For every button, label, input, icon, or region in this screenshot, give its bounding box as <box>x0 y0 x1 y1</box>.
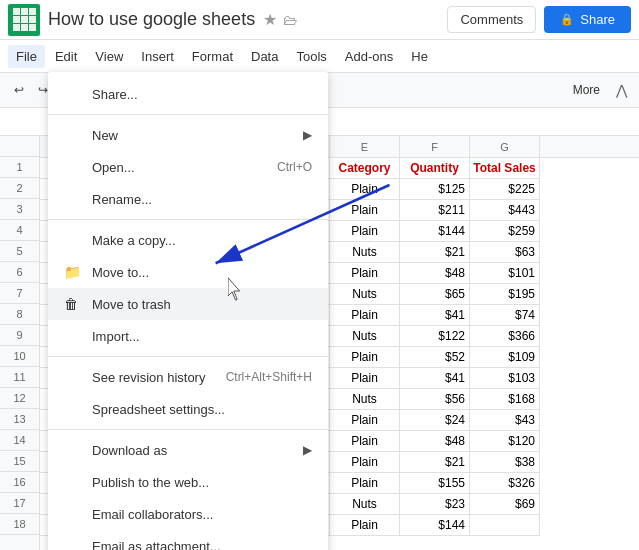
menu-view[interactable]: View <box>87 45 131 68</box>
cell-F12[interactable]: $56 <box>400 389 470 410</box>
menu-item-open[interactable]: Open... Ctrl+O <box>48 151 328 183</box>
cell-E9[interactable]: Nuts <box>330 326 400 347</box>
open-menu-icon <box>64 159 86 175</box>
col-header-F: F <box>400 136 470 157</box>
menu-help[interactable]: He <box>403 45 436 68</box>
menu-item-email-attachment[interactable]: Email as attachment... <box>48 530 328 550</box>
cell-F17[interactable]: $23 <box>400 494 470 515</box>
cell-E10[interactable]: Plain <box>330 347 400 368</box>
cell-G5[interactable]: $63 <box>470 242 540 263</box>
sheets-app-icon <box>8 4 40 36</box>
cell-E14[interactable]: Plain <box>330 431 400 452</box>
menu-format[interactable]: Format <box>184 45 241 68</box>
menu-item-import[interactable]: Import... <box>48 320 328 352</box>
cell-E12[interactable]: Nuts <box>330 389 400 410</box>
row-header-7: 7 <box>0 283 39 304</box>
menu-item-rename[interactable]: Rename... <box>48 183 328 215</box>
cell-E4[interactable]: Plain <box>330 221 400 242</box>
row-header-12: 12 <box>0 388 39 409</box>
cell-F18[interactable]: $144 <box>400 515 470 536</box>
menu-data[interactable]: Data <box>243 45 286 68</box>
cell-E8[interactable]: Plain <box>330 305 400 326</box>
cell-F11[interactable]: $41 <box>400 368 470 389</box>
cell-G12[interactable]: $168 <box>470 389 540 410</box>
menu-file[interactable]: File <box>8 45 45 68</box>
cell-E5[interactable]: Nuts <box>330 242 400 263</box>
cell-E7[interactable]: Nuts <box>330 284 400 305</box>
menu-item-download-as[interactable]: Download as ▶ <box>48 434 328 466</box>
col-header-E: E <box>330 136 400 157</box>
cell-G1[interactable]: Total Sales <box>470 158 540 179</box>
cell-G4[interactable]: $259 <box>470 221 540 242</box>
cell-F8[interactable]: $41 <box>400 305 470 326</box>
row-header-3: 3 <box>0 199 39 220</box>
menu-item-spreadsheet-settings[interactable]: Spreadsheet settings... <box>48 393 328 425</box>
cell-G16[interactable]: $326 <box>470 473 540 494</box>
cell-G8[interactable]: $74 <box>470 305 540 326</box>
menu-item-publish[interactable]: Publish to the web... <box>48 466 328 498</box>
cell-E11[interactable]: Plain <box>330 368 400 389</box>
menu-item-move-to-trash[interactable]: 🗑 Move to trash <box>48 288 328 320</box>
row-header-16: 16 <box>0 472 39 493</box>
star-icon[interactable]: ★ <box>263 10 277 29</box>
menu-item-share[interactable]: Share... <box>48 78 328 110</box>
row-header-1: 1 <box>0 157 39 178</box>
menu-item-new[interactable]: New ▶ <box>48 119 328 151</box>
menu-item-make-copy[interactable]: Make a copy... <box>48 224 328 256</box>
cell-F6[interactable]: $48 <box>400 263 470 284</box>
cell-F2[interactable]: $125 <box>400 179 470 200</box>
undo-button[interactable]: ↩ <box>8 81 30 99</box>
cell-G17[interactable]: $69 <box>470 494 540 515</box>
row-header-9: 9 <box>0 325 39 346</box>
cell-F3[interactable]: $211 <box>400 200 470 221</box>
cell-G3[interactable]: $443 <box>470 200 540 221</box>
cell-G2[interactable]: $225 <box>470 179 540 200</box>
cell-F14[interactable]: $48 <box>400 431 470 452</box>
collapse-toolbar-button[interactable]: ⋀ <box>612 80 631 100</box>
cell-G15[interactable]: $38 <box>470 452 540 473</box>
cell-F10[interactable]: $52 <box>400 347 470 368</box>
cell-E3[interactable]: Plain <box>330 200 400 221</box>
menu-tools[interactable]: Tools <box>288 45 334 68</box>
row-header-6: 6 <box>0 262 39 283</box>
menu-item-revision-history[interactable]: See revision history Ctrl+Alt+Shift+H <box>48 361 328 393</box>
cell-G13[interactable]: $43 <box>470 410 540 431</box>
menu-addons[interactable]: Add-ons <box>337 45 401 68</box>
cell-E13[interactable]: Plain <box>330 410 400 431</box>
title-bar: How to use google sheets ★ 🗁 Comments 🔒 … <box>0 0 639 40</box>
cell-E1[interactable]: Category <box>330 158 400 179</box>
folder-icon[interactable]: 🗁 <box>283 12 297 28</box>
cell-F5[interactable]: $21 <box>400 242 470 263</box>
comments-button[interactable]: Comments <box>447 6 536 33</box>
cell-E18[interactable]: Plain <box>330 515 400 536</box>
copy-menu-icon <box>64 232 86 248</box>
cell-E15[interactable]: Plain <box>330 452 400 473</box>
share-button[interactable]: 🔒 Share <box>544 6 631 33</box>
menu-edit[interactable]: Edit <box>47 45 85 68</box>
cell-F1[interactable]: Quantity <box>400 158 470 179</box>
cell-G10[interactable]: $109 <box>470 347 540 368</box>
settings-menu-icon <box>64 401 86 417</box>
menu-item-email-collaborators[interactable]: Email collaborators... <box>48 498 328 530</box>
cell-F4[interactable]: $144 <box>400 221 470 242</box>
cell-G6[interactable]: $101 <box>470 263 540 284</box>
menu-insert[interactable]: Insert <box>133 45 182 68</box>
cell-E17[interactable]: Nuts <box>330 494 400 515</box>
cell-F15[interactable]: $21 <box>400 452 470 473</box>
more-toolbar-button[interactable]: More <box>565 81 608 99</box>
menu-item-move-to[interactable]: 📁 Move to... <box>48 256 328 288</box>
cell-E6[interactable]: Plain <box>330 263 400 284</box>
cell-G18[interactable] <box>470 515 540 536</box>
cell-G7[interactable]: $195 <box>470 284 540 305</box>
cell-E16[interactable]: Plain <box>330 473 400 494</box>
cell-G9[interactable]: $366 <box>470 326 540 347</box>
cell-E2[interactable]: Plain <box>330 179 400 200</box>
cell-F13[interactable]: $24 <box>400 410 470 431</box>
cell-F7[interactable]: $65 <box>400 284 470 305</box>
cell-G14[interactable]: $120 <box>470 431 540 452</box>
cell-G11[interactable]: $103 <box>470 368 540 389</box>
cell-F9[interactable]: $122 <box>400 326 470 347</box>
col-header-G: G <box>470 136 540 157</box>
cell-F16[interactable]: $155 <box>400 473 470 494</box>
row-header-17: 17 <box>0 493 39 514</box>
